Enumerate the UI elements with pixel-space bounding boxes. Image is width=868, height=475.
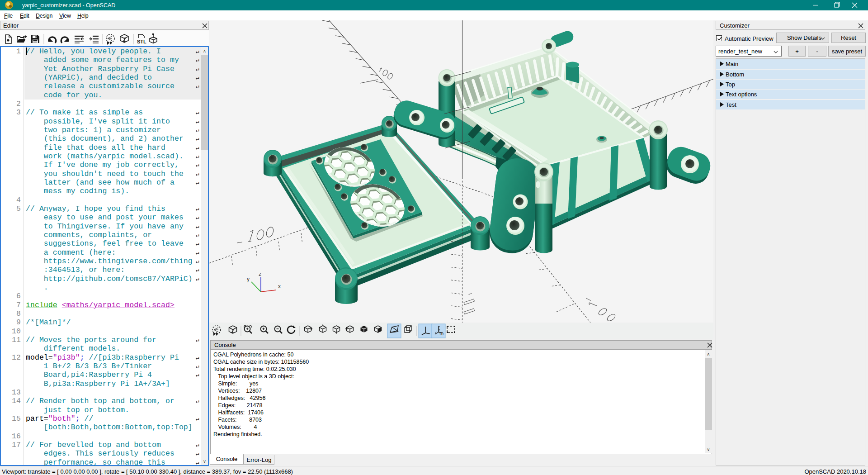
svg-text:z: z (259, 271, 261, 277)
svg-text:10: 10 (439, 332, 443, 336)
svg-text:x: x (278, 283, 281, 290)
svg-text:y: y (247, 276, 250, 282)
svg-text:STL: STL (137, 39, 146, 44)
